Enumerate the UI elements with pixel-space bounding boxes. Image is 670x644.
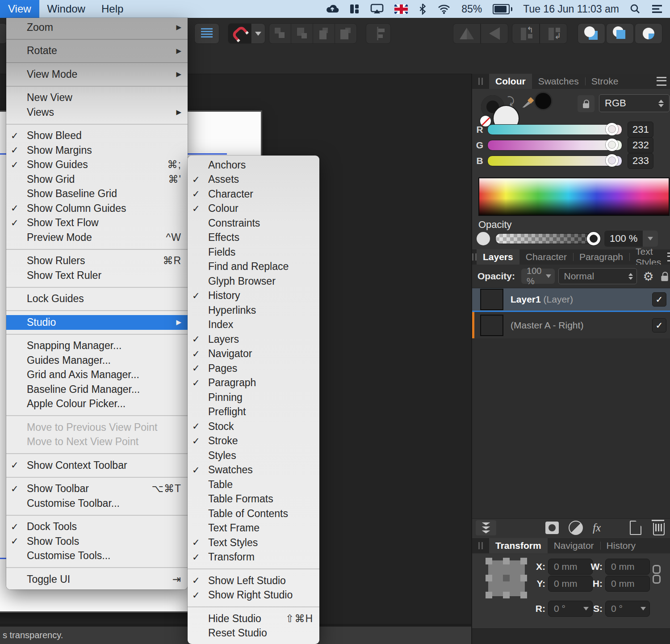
adjustment-layer-icon[interactable] xyxy=(569,521,583,535)
layer-visibility-checkbox[interactable]: ✓ xyxy=(652,292,666,307)
view-menu-item-views[interactable]: Views▶ xyxy=(6,105,188,120)
studio-submenu-item-find-and-replace[interactable]: Find and Replace xyxy=(188,260,319,274)
view-menu-item-studio[interactable]: Studio▶ xyxy=(6,315,188,330)
studio-submenu-item-pages[interactable]: ✓Pages xyxy=(188,361,319,376)
view-menu-item-show-bleed[interactable]: ✓Show Bleed xyxy=(6,129,188,143)
studio-submenu-item-layers[interactable]: ✓Layers xyxy=(188,332,319,347)
view-menu-item-show-column-guides[interactable]: ✓Show Column Guides xyxy=(6,201,188,216)
view-menu-item-show-guides[interactable]: ✓Show Guides⌘; xyxy=(6,158,188,173)
view-menu-item-show-text-ruler[interactable]: Show Text Ruler xyxy=(6,268,188,283)
view-menu-item-show-baseline-grid[interactable]: Show Baseline Grid xyxy=(6,187,188,202)
studio-submenu-item-table-of-contents[interactable]: Table of Contents xyxy=(188,506,319,521)
link-dimensions-icon[interactable] xyxy=(653,565,661,584)
studio-submenu-item-navigator[interactable]: ✓Navigator xyxy=(188,347,319,362)
blue-slider-handle[interactable] xyxy=(606,154,618,167)
studio-submenu-item-effects[interactable]: Effects xyxy=(188,231,319,245)
red-slider[interactable] xyxy=(487,124,622,135)
studio-submenu-item-assets[interactable]: ✓Assets xyxy=(188,173,319,187)
colour-spectrum-picker[interactable] xyxy=(478,177,670,216)
tab-character[interactable]: Character xyxy=(519,249,573,265)
insert-inside-button[interactable] xyxy=(606,23,634,44)
layer-row-layer1[interactable]: Layer1 (Layer) ✓ xyxy=(472,288,670,312)
opacity-slider[interactable] xyxy=(495,233,597,244)
control-centre-icon[interactable] xyxy=(651,4,663,14)
alignment-button[interactable] xyxy=(366,23,391,44)
red-value-field[interactable]: 231 xyxy=(628,122,653,138)
studio-submenu-item-show-left-studio[interactable]: ✓Show Left Studio xyxy=(188,573,319,588)
wifi-icon[interactable] xyxy=(437,4,451,14)
studio-submenu-item-history[interactable]: ✓History xyxy=(188,289,319,303)
tab-stroke[interactable]: Stroke xyxy=(585,74,625,89)
studio-submenu-item-styles[interactable]: Styles xyxy=(188,448,319,463)
tab-swatches[interactable]: Swatches xyxy=(532,74,585,89)
studio-submenu-item-glyph-browser[interactable]: Glyph Browser xyxy=(188,274,319,289)
view-menu-item-show-tools[interactable]: ✓Show Tools xyxy=(6,534,188,549)
menubar-item-help[interactable]: Help xyxy=(93,0,131,18)
view-menu-item-show-toolbar[interactable]: ✓Show Toolbar⌥⌘T xyxy=(6,482,188,497)
view-menu-item-customise-toolbar[interactable]: Customise Toolbar... xyxy=(6,496,188,511)
menubar-item-view[interactable]: View xyxy=(0,0,39,18)
panel-menu-button[interactable] xyxy=(657,74,670,89)
cloud-upload-icon[interactable] xyxy=(326,4,339,14)
tab-transform[interactable]: Transform xyxy=(489,538,548,553)
view-menu-item-view-mode[interactable]: View Mode▶ xyxy=(6,67,188,82)
w-field[interactable]: 0 mm xyxy=(605,559,650,575)
gear-icon[interactable]: ⚙ xyxy=(643,269,654,283)
layers-opacity-dropdown[interactable]: 100 % xyxy=(521,269,554,284)
green-slider[interactable] xyxy=(487,140,622,151)
view-menu-item-preview-mode[interactable]: Preview Mode^W xyxy=(6,230,188,245)
x-field[interactable]: 0 mm xyxy=(548,559,593,575)
blue-value-field[interactable]: 233 xyxy=(628,153,653,169)
layer-visibility-checkbox[interactable]: ✓ xyxy=(652,318,666,333)
layer-thumbnail[interactable] xyxy=(480,289,503,310)
studio-submenu-item-table-formats[interactable]: Table Formats xyxy=(188,492,319,507)
uk-flag-icon[interactable] xyxy=(394,4,408,14)
studio-submenu-item-swatches[interactable]: ✓Swatches xyxy=(188,463,319,478)
studio-submenu-item-hyperlinks[interactable]: Hyperlinks xyxy=(188,303,319,318)
insert-ontop-button[interactable] xyxy=(635,23,662,44)
red-slider-handle[interactable] xyxy=(606,123,618,135)
studio-submenu-item-hide-studio[interactable]: Hide Studio⇧⌘H xyxy=(188,611,319,626)
mask-layer-icon[interactable] xyxy=(545,522,559,534)
layer-thumbnail[interactable] xyxy=(480,315,503,336)
forward-one-button[interactable] xyxy=(313,23,335,44)
studio-submenu-item-character[interactable]: ✓Character xyxy=(188,187,319,202)
insert-behind-button[interactable] xyxy=(578,23,605,44)
tab-layers[interactable]: Layers xyxy=(477,249,519,265)
view-menu-item-zoom[interactable]: Zoom▶ xyxy=(6,20,188,35)
secondary-swatch[interactable] xyxy=(534,92,553,110)
rotate-ccw-button[interactable]: ↰ xyxy=(512,23,540,44)
studio-submenu-item-colour[interactable]: ✓Colour xyxy=(188,202,319,216)
blend-mode-select[interactable]: Normal xyxy=(558,268,637,284)
flip-vertical-button[interactable] xyxy=(481,23,508,44)
view-menu-item-rotate[interactable]: Rotate▶ xyxy=(6,44,188,59)
tab-text-styles[interactable]: Text Styles xyxy=(629,249,667,265)
tab-paragraph[interactable]: Paragraph xyxy=(573,249,629,265)
move-to-back-button[interactable] xyxy=(269,23,291,44)
h-field[interactable]: 0 mm xyxy=(605,576,650,592)
view-menu-item-grid-and-axis-manager[interactable]: Grid and Axis Manager... xyxy=(6,368,188,383)
panel-grip-icon[interactable] xyxy=(472,74,489,89)
search-icon[interactable] xyxy=(630,4,641,14)
studio-submenu-item-text-styles[interactable]: ✓Text Styles xyxy=(188,535,319,550)
text-frame-button[interactable] xyxy=(194,23,219,44)
opacity-dropdown-button[interactable] xyxy=(643,231,658,247)
flip-horizontal-button[interactable] xyxy=(453,23,481,44)
tab-history[interactable]: History xyxy=(600,538,642,553)
tab-navigator[interactable]: Navigator xyxy=(548,538,600,553)
airplay-display-icon[interactable] xyxy=(370,4,384,14)
studio-submenu-item-pinning[interactable]: Pinning xyxy=(188,390,319,405)
opacity-slider-handle[interactable] xyxy=(587,232,600,245)
panel-menu-button[interactable] xyxy=(667,249,670,265)
studio-submenu-item-show-right-studio[interactable]: ✓Show Right Studio xyxy=(188,588,319,603)
tab-colour[interactable]: Colour xyxy=(489,74,532,89)
anchor-point-selector[interactable] xyxy=(488,560,525,596)
menubar-item-window[interactable]: Window xyxy=(39,0,93,18)
new-layer-icon[interactable] xyxy=(630,521,641,535)
studio-submenu-item-table[interactable]: Table xyxy=(188,477,319,492)
scissors-clip-button[interactable] xyxy=(476,520,496,535)
window-panels-icon[interactable] xyxy=(350,4,360,14)
studio-submenu-item-fields[interactable]: Fields xyxy=(188,245,319,260)
green-value-field[interactable]: 232 xyxy=(628,137,653,153)
studio-submenu-item-preflight[interactable]: Preflight xyxy=(188,405,319,420)
